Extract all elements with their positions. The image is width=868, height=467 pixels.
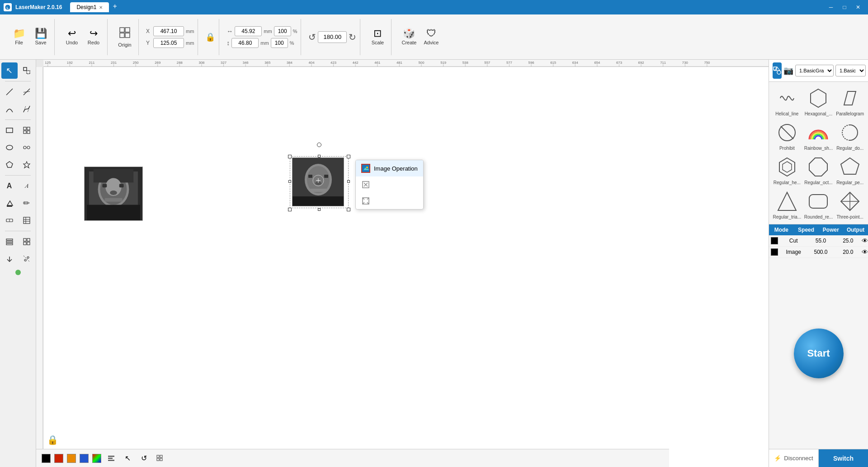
- canvas-lock-icon[interactable]: 🔒: [47, 434, 58, 445]
- tab-close[interactable]: ✕: [99, 5, 103, 10]
- maximize-button[interactable]: □: [838, 3, 851, 12]
- select-tool[interactable]: ↖: [1, 62, 18, 79]
- shape-helical-line[interactable]: Helical_line: [772, 85, 802, 118]
- effect-tool[interactable]: [19, 251, 35, 267]
- shape-rounded-re[interactable]: Rounded_re...: [803, 188, 834, 221]
- color-red[interactable]: [54, 454, 63, 463]
- shape-prohibit[interactable]: Prohibit: [772, 119, 802, 152]
- close-button[interactable]: ✕: [852, 3, 864, 12]
- canvas-content[interactable]: Image Operation 🔒: [43, 67, 769, 467]
- shape-regular-oct[interactable]: Regular_oct...: [803, 153, 834, 187]
- mode-row-image[interactable]: Image 500.0 20.0 👁: [769, 247, 868, 258]
- handle-right-mid[interactable]: [347, 180, 350, 183]
- shape-regular-do[interactable]: Regular_do...: [835, 119, 865, 152]
- shape-three-point[interactable]: Three-point...: [835, 188, 865, 221]
- shape-hexagonal[interactable]: Hexagonal_...: [803, 85, 834, 118]
- tab-new[interactable]: +: [110, 2, 119, 12]
- disconnect-button[interactable]: ⚡ Disconnect: [769, 449, 819, 467]
- align-btn[interactable]: [105, 452, 118, 465]
- minimize-button[interactable]: ─: [825, 3, 837, 12]
- import-tool[interactable]: [1, 251, 18, 267]
- height-input[interactable]: [231, 38, 259, 48]
- height-pct-input[interactable]: [271, 38, 288, 48]
- ctx-item-2[interactable]: [356, 176, 423, 193]
- select-btn[interactable]: ↖: [121, 452, 134, 465]
- draw-tool[interactable]: ✏: [19, 195, 35, 211]
- handle-top-right[interactable]: [347, 155, 350, 158]
- lock-icon[interactable]: 🔒: [205, 32, 215, 42]
- selected-image-container[interactable]: [290, 151, 349, 210]
- svg-text:654: 654: [594, 61, 600, 65]
- color-gradient[interactable]: [92, 454, 101, 463]
- scale-button[interactable]: ⊡ Scale: [368, 27, 387, 47]
- fill-tool[interactable]: [1, 195, 18, 211]
- ellipse-tool[interactable]: [1, 139, 18, 156]
- rect-tool[interactable]: [1, 122, 18, 138]
- ctx-item-3[interactable]: [356, 193, 423, 209]
- start-button[interactable]: Start: [794, 329, 844, 378]
- advice-button[interactable]: 🛡 Advice: [421, 27, 441, 47]
- file-button[interactable]: 📁 File: [9, 27, 29, 47]
- rotate-ccw-icon[interactable]: ↺: [308, 32, 316, 43]
- polygon-tool[interactable]: [1, 157, 18, 173]
- curve-tool[interactable]: [1, 101, 18, 117]
- tab-design1[interactable]: Design1 ✕: [70, 2, 109, 12]
- refresh-btn[interactable]: ↺: [137, 452, 150, 465]
- rect-grid-tool[interactable]: [19, 122, 35, 138]
- rotate-cw-icon[interactable]: ↻: [349, 32, 356, 43]
- create-button[interactable]: 🎲 Create: [399, 27, 419, 47]
- category-dropdown[interactable]: 1.BasicGra: [795, 65, 834, 76]
- bezier-tool[interactable]: [19, 101, 35, 117]
- image-visibility-toggle[interactable]: 👁: [862, 248, 868, 256]
- width-pct-input[interactable]: [274, 26, 291, 36]
- svg-text:384: 384: [287, 61, 293, 65]
- canvas-area[interactable]: 1251922112312502692883083273463653844044…: [36, 60, 769, 467]
- width-input[interactable]: [235, 26, 262, 36]
- handle-bottom-left[interactable]: [288, 208, 292, 211]
- handle-top-left[interactable]: [288, 155, 292, 158]
- line-tool[interactable]: [1, 84, 18, 100]
- shape-parallelogram[interactable]: Parallelogram: [835, 85, 865, 118]
- layers-tool[interactable]: [1, 234, 18, 250]
- shape-rainbow[interactable]: Rainbow_sh...: [803, 119, 834, 152]
- image-operation-item[interactable]: Image Operation: [356, 160, 423, 176]
- text-tool[interactable]: A: [1, 178, 18, 194]
- handle-bottom-right[interactable]: [347, 208, 350, 211]
- camera-tab[interactable]: 📷: [783, 62, 793, 79]
- multi-line-tool[interactable]: [19, 84, 35, 100]
- text-path-tool[interactable]: 𝐴: [19, 178, 35, 194]
- color-blue[interactable]: [80, 454, 89, 463]
- handle-top-mid[interactable]: [318, 155, 321, 157]
- y-label: Y: [146, 40, 151, 46]
- undo-button[interactable]: ↩ Undo: [62, 27, 82, 47]
- shape-regular-pe[interactable]: Regular_pe...: [835, 153, 865, 187]
- eraser-tool[interactable]: [1, 212, 18, 229]
- svg-line-40: [24, 256, 30, 262]
- handle-left-mid[interactable]: [288, 180, 291, 183]
- shapes-tab[interactable]: [773, 62, 782, 79]
- shape-regular-tria[interactable]: Regular_tria...: [772, 188, 802, 221]
- mode-row-cut[interactable]: Cut 55.0 25.0 👁: [769, 235, 868, 247]
- color-orange[interactable]: [67, 454, 76, 463]
- rotate-handle[interactable]: [317, 143, 321, 147]
- ellipse-array-tool[interactable]: [19, 139, 35, 156]
- redo-button[interactable]: ↪ Redo: [84, 27, 104, 47]
- star-tool[interactable]: [19, 157, 35, 173]
- grid-btn[interactable]: [154, 452, 166, 465]
- color-black[interactable]: [42, 454, 51, 463]
- switch-button[interactable]: Switch: [819, 449, 868, 467]
- cut-visibility-toggle[interactable]: 👁: [862, 237, 868, 244]
- grid-view-tool[interactable]: [19, 234, 35, 250]
- handle-bottom-mid[interactable]: [318, 208, 321, 211]
- table-tool[interactable]: [19, 212, 35, 229]
- y-input[interactable]: [153, 38, 184, 48]
- save-button[interactable]: 💾 Save: [31, 27, 51, 47]
- subcategory-dropdown[interactable]: 1.Basic: [835, 65, 866, 76]
- angle-input[interactable]: [318, 31, 347, 43]
- rotation-group: ↺ ↻: [305, 19, 360, 55]
- x-input[interactable]: [153, 26, 184, 36]
- origin-button[interactable]: Origin: [115, 24, 135, 49]
- crop-tool[interactable]: [19, 62, 35, 79]
- shape-regular-he[interactable]: Regular_he...: [772, 153, 802, 187]
- size-group: ↔ mm % ↕ mm %: [223, 19, 301, 55]
